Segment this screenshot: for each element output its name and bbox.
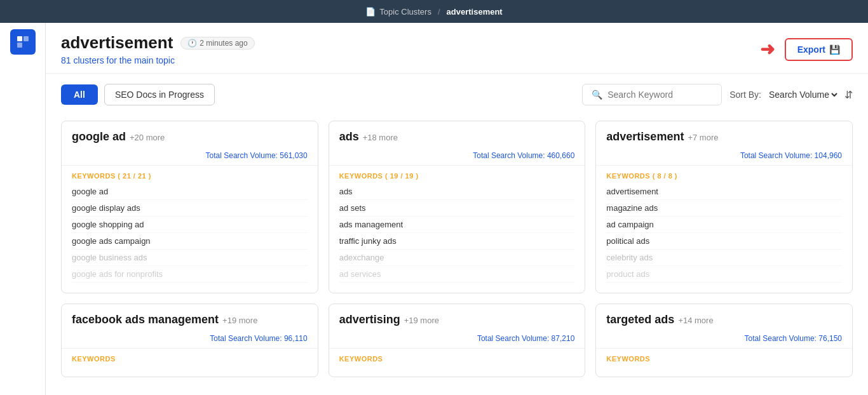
card-keywords-label: KEYWORDS bbox=[596, 349, 852, 366]
doc-icon: 📄 bbox=[365, 7, 376, 17]
card-more: +20 more bbox=[130, 133, 165, 142]
export-arrow: ➜ bbox=[760, 39, 775, 60]
keyword-item[interactable]: google shopping ad bbox=[72, 217, 308, 233]
keyword-item[interactable]: google ad bbox=[72, 184, 308, 200]
cluster-card: targeted ads +14 more Total Search Volum… bbox=[595, 304, 853, 377]
seo-docs-filter-button[interactable]: SEO Docs in Progress bbox=[104, 84, 215, 105]
keyword-item[interactable]: ads bbox=[339, 184, 575, 200]
clusters-subtitle: 81 clusters for the main topic bbox=[61, 55, 255, 65]
sort-order-icon[interactable]: ⇵ bbox=[844, 89, 853, 101]
header-right: ➜ Export 💾 bbox=[760, 38, 853, 61]
page-title: advertisement bbox=[61, 33, 173, 53]
search-input[interactable] bbox=[607, 90, 712, 100]
card-more: +14 more bbox=[678, 316, 713, 325]
cluster-card: advertising +19 more Total Search Volume… bbox=[329, 304, 586, 377]
keyword-item[interactable]: product ads bbox=[606, 266, 842, 283]
keyword-item[interactable]: celebrity ads bbox=[606, 250, 842, 266]
card-title-row: advertising +19 more bbox=[339, 313, 575, 326]
card-keywords-label: KEYWORDS bbox=[62, 349, 318, 366]
keyword-list: advertisementmagazine adsad campaignpoli… bbox=[596, 184, 852, 283]
card-volume: Total Search Volume: 460,660 bbox=[329, 149, 585, 166]
card-title-row: ads +18 more bbox=[339, 130, 575, 144]
keyword-item[interactable]: adexchange bbox=[339, 250, 575, 266]
search-icon: 🔍 bbox=[592, 90, 602, 100]
card-volume: Total Search Volume: 104,960 bbox=[596, 149, 852, 166]
card-header: advertisement +7 more bbox=[596, 121, 852, 149]
keyword-item[interactable]: ads management bbox=[339, 217, 575, 233]
card-volume: Total Search Volume: 76,150 bbox=[596, 331, 852, 349]
time-ago-text: 2 minutes ago bbox=[200, 39, 247, 48]
keyword-item[interactable]: advertisement bbox=[606, 184, 842, 200]
cluster-card: ads +18 more Total Search Volume: 460,66… bbox=[329, 121, 586, 293]
keyword-item[interactable]: ad sets bbox=[339, 200, 575, 217]
card-more: +19 more bbox=[222, 316, 257, 325]
keyword-item[interactable]: google ads campaign bbox=[72, 233, 308, 250]
svg-rect-0 bbox=[17, 36, 22, 41]
card-title-row: google ad +20 more bbox=[72, 130, 308, 144]
keyword-item[interactable]: magazine ads bbox=[606, 200, 842, 217]
card-title: advertising bbox=[339, 313, 400, 326]
cards-grid: google ad +20 more Total Search Volume: … bbox=[46, 116, 868, 382]
card-title: ads bbox=[339, 130, 359, 144]
main-content: advertisement 🕐 2 minutes ago 81 cluster… bbox=[46, 23, 868, 395]
export-label: Export bbox=[797, 44, 825, 55]
top-bar: 📄 Topic Clusters / advertisement bbox=[0, 0, 868, 23]
svg-rect-1 bbox=[24, 36, 29, 41]
keyword-item[interactable]: traffic junky ads bbox=[339, 233, 575, 250]
cluster-card: facebook ads management +19 more Total S… bbox=[61, 304, 318, 377]
card-title: targeted ads bbox=[606, 313, 674, 326]
export-icon: 💾 bbox=[829, 44, 840, 55]
logo-icon bbox=[15, 34, 31, 50]
card-header: ads +18 more bbox=[329, 121, 585, 149]
card-keywords-label: KEYWORDS bbox=[329, 349, 585, 366]
keyword-item[interactable]: ad campaign bbox=[606, 217, 842, 233]
card-volume: Total Search Volume: 87,210 bbox=[329, 331, 585, 349]
sidebar bbox=[0, 23, 46, 395]
keyword-item[interactable]: political ads bbox=[606, 233, 842, 250]
card-title: google ad bbox=[72, 130, 126, 144]
sort-by-label: Sort By: bbox=[729, 90, 761, 100]
card-title: facebook ads management bbox=[72, 313, 219, 326]
keyword-list: adsad setsads managementtraffic junky ad… bbox=[329, 184, 585, 283]
card-volume: Total Search Volume: 561,030 bbox=[62, 149, 318, 166]
filter-buttons: All SEO Docs in Progress bbox=[61, 84, 215, 105]
card-keywords-label: KEYWORDS ( 21 / 21 ) bbox=[62, 166, 318, 184]
header-left: advertisement 🕐 2 minutes ago 81 cluster… bbox=[61, 33, 255, 65]
filter-right: 🔍 Sort By: Search Volume ⇵ bbox=[582, 84, 853, 105]
export-button[interactable]: Export 💾 bbox=[785, 38, 853, 61]
time-badge: 🕐 2 minutes ago bbox=[180, 37, 254, 50]
card-keywords-label: KEYWORDS ( 8 / 8 ) bbox=[596, 166, 852, 184]
card-more: +19 more bbox=[404, 316, 439, 325]
page-title-row: advertisement 🕐 2 minutes ago bbox=[61, 33, 255, 53]
keyword-list: google adgoogle display adsgoogle shoppi… bbox=[62, 184, 318, 283]
logo[interactable] bbox=[10, 29, 36, 55]
keyword-item[interactable]: google ads for nonprofits bbox=[72, 266, 308, 283]
breadcrumb-separator: / bbox=[438, 7, 440, 17]
all-filter-button[interactable]: All bbox=[61, 84, 98, 105]
card-title-row: facebook ads management +19 more bbox=[72, 313, 308, 326]
page-header: advertisement 🕐 2 minutes ago 81 cluster… bbox=[46, 23, 868, 74]
card-header: advertising +19 more bbox=[329, 304, 585, 331]
card-header: facebook ads management +19 more bbox=[62, 304, 318, 331]
card-title-row: targeted ads +14 more bbox=[606, 313, 842, 326]
breadcrumb-current: advertisement bbox=[447, 7, 503, 17]
filter-bar: All SEO Docs in Progress 🔍 Sort By: Sear… bbox=[46, 74, 868, 116]
cluster-card: advertisement +7 more Total Search Volum… bbox=[595, 121, 853, 293]
clock-icon: 🕐 bbox=[187, 39, 197, 48]
keyword-item[interactable]: google business ads bbox=[72, 250, 308, 266]
card-header: targeted ads +14 more bbox=[596, 304, 852, 331]
card-header: google ad +20 more bbox=[62, 121, 318, 149]
keyword-item[interactable]: google display ads bbox=[72, 200, 308, 217]
card-volume: Total Search Volume: 96,110 bbox=[62, 331, 318, 349]
sort-select[interactable]: Search Volume bbox=[766, 89, 839, 100]
keyword-item[interactable]: ad services bbox=[339, 266, 575, 283]
card-keywords-label: KEYWORDS ( 19 / 19 ) bbox=[329, 166, 585, 184]
search-box[interactable]: 🔍 bbox=[582, 84, 722, 105]
cluster-card: google ad +20 more Total Search Volume: … bbox=[61, 121, 318, 293]
card-title-row: advertisement +7 more bbox=[606, 130, 842, 144]
card-more: +7 more bbox=[688, 133, 718, 142]
card-more: +18 more bbox=[363, 133, 398, 142]
card-title: advertisement bbox=[606, 130, 684, 144]
svg-rect-2 bbox=[17, 43, 22, 48]
sort-area: Sort By: Search Volume ⇵ bbox=[729, 89, 853, 101]
